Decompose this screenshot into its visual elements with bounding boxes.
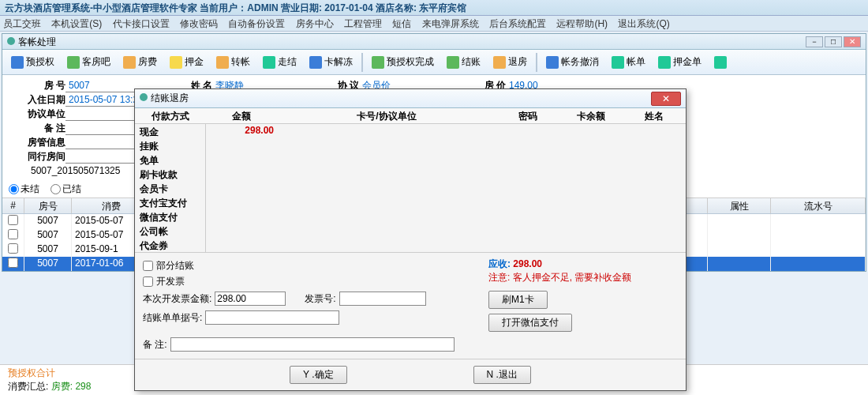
menu-item[interactable]: 本机设置(S): [51, 18, 102, 29]
pay-member[interactable]: 会员卡: [135, 181, 205, 195]
col-balance: 卡余额: [559, 108, 623, 123]
print-icon: [658, 56, 671, 69]
col-amount: 金额: [206, 108, 277, 123]
dialog-remark-input[interactable]: [170, 337, 455, 352]
sub-window-title: 客帐处理: [18, 36, 56, 47]
menu-item[interactable]: 短信: [392, 18, 411, 29]
menu-item[interactable]: 员工交班: [3, 18, 41, 29]
row-checkbox[interactable]: [8, 243, 18, 254]
roomfee-button[interactable]: 房费: [118, 53, 163, 71]
dialog-close-button[interactable]: ✕: [651, 92, 681, 106]
minibar-icon: [67, 56, 80, 69]
pay-company[interactable]: 公司帐: [135, 224, 205, 238]
row-checkbox[interactable]: [8, 229, 18, 239]
walkout-button[interactable]: 走结: [257, 53, 302, 71]
dialog-title-bar[interactable]: 结账退房 ✕: [135, 89, 686, 108]
payment-values: 298.00: [206, 124, 686, 252]
menu-item[interactable]: 房务中心: [296, 18, 334, 29]
bill-button[interactable]: 帐单: [606, 53, 651, 71]
undo-button[interactable]: 帐务撤消: [541, 53, 604, 71]
radio-settled[interactable]: 已结: [51, 182, 81, 196]
menu-item[interactable]: 来电弹屏系统: [422, 18, 479, 29]
dialog-left-panel: 部分结账 开发票 本次开发票金额: 发票号: 结账单单据号: 备 注:: [143, 258, 481, 354]
menu-item[interactable]: 远程帮助(H): [556, 18, 608, 29]
close-button[interactable]: ✕: [844, 36, 861, 47]
exit-button[interactable]: N .退出: [473, 366, 531, 384]
dialog-remark-label: 备 注:: [143, 338, 167, 352]
deposit-bill-button[interactable]: 押金单: [653, 53, 707, 71]
settle-no-input[interactable]: [205, 310, 339, 325]
print-extra-button[interactable]: [709, 54, 732, 71]
minibar-button[interactable]: 客房吧: [62, 53, 116, 71]
row-checkbox[interactable]: [8, 215, 18, 225]
dialog-grid-header: 付款方式 金额 卡号/协议单位 密码 卡余额 姓名: [135, 108, 686, 124]
pay-wechat[interactable]: 微信支付: [135, 209, 205, 224]
wechat-pay-button[interactable]: 打开微信支付: [488, 314, 572, 332]
mgmt-label: 房管信息: [18, 135, 65, 149]
checkout-dialog: 结账退房 ✕ 付款方式 金额 卡号/协议单位 密码 卡余额 姓名 现金 挂账 免…: [134, 88, 687, 391]
transfer-button[interactable]: 转帐: [211, 53, 256, 71]
col-attr: 属性: [708, 198, 771, 213]
toolbar-separator: [536, 53, 537, 72]
due-amount: 应收: 298.00: [488, 258, 678, 271]
roomfee-label: 房费:: [51, 381, 73, 392]
partial-checkbox[interactable]: [143, 261, 153, 271]
unit-label: 协议单位: [18, 107, 65, 121]
folder-icon: [123, 56, 136, 69]
invoice-checkbox[interactable]: [143, 276, 153, 287]
pay-free[interactable]: 免单: [135, 152, 205, 167]
invoice-no-input[interactable]: [339, 292, 426, 306]
scissors-icon: [309, 56, 322, 69]
minimize-button[interactable]: －: [806, 36, 823, 47]
col-name: 姓名: [623, 108, 686, 123]
col-serial: 流水号: [771, 198, 866, 213]
dialog-body: 现金 挂账 免单 刷卡收款 会员卡 支付宝支付 微信支付 公司帐 代金券 298…: [135, 124, 686, 252]
summary-label: 消费汇总:: [8, 381, 48, 392]
invoice-amt-input[interactable]: [215, 292, 286, 306]
house-icon: [493, 56, 506, 69]
menu-item[interactable]: 自动备份设置: [228, 18, 285, 29]
transfer-icon: [216, 56, 229, 69]
walkout-icon: [263, 56, 275, 69]
col-room: 房号: [24, 198, 72, 213]
confirm-button[interactable]: Y .确定: [290, 366, 346, 384]
deposit-button[interactable]: 押金: [164, 53, 209, 71]
maximize-button[interactable]: □: [825, 36, 842, 47]
check-icon: [372, 56, 384, 69]
pay-credit[interactable]: 挂账: [135, 138, 205, 152]
pay-alipay[interactable]: 支付宝支付: [135, 195, 205, 209]
menu-item[interactable]: 代卡接口设置: [113, 18, 170, 29]
radio-unsettled[interactable]: 未结: [9, 182, 39, 196]
preauth-icon: [11, 56, 24, 69]
checkout-button[interactable]: 结账: [441, 53, 486, 71]
print-icon: [714, 56, 727, 69]
pay-card[interactable]: 刷卡收款: [135, 167, 205, 181]
col-cardno: 卡号/协议单位: [277, 108, 496, 123]
preauth-done-button[interactable]: 预授权完成: [366, 53, 440, 71]
invoice-no-label: 发票号:: [305, 292, 335, 306]
peer-label: 同行房间: [18, 149, 65, 164]
row-checkbox[interactable]: [8, 258, 18, 268]
m1-card-button[interactable]: 刷M1卡: [488, 291, 548, 309]
session-id: 5007_201505071325: [18, 164, 120, 178]
settle-no-label: 结账单单据号:: [143, 311, 202, 325]
menu-item[interactable]: 后台系统配置: [489, 18, 546, 29]
pay-voucher[interactable]: 代金券: [135, 238, 205, 252]
pay-cash[interactable]: 现金: [135, 124, 205, 138]
app-title-bar: 云方块酒店管理系统-中小型酒店管理软件专家 当前用户：ADMIN 营业日期: 2…: [0, 0, 868, 16]
main-menu-bar: 员工交班 本机设置(S) 代卡接口设置 修改密码 自动备份设置 房务中心 工程管…: [0, 16, 868, 32]
window-icon: [7, 37, 15, 45]
dialog-icon: [140, 93, 148, 101]
unfreeze-button[interactable]: 卡解冻: [304, 53, 358, 71]
checkout-room-button[interactable]: 退房: [488, 53, 533, 71]
print-icon: [612, 56, 624, 69]
invoice-amt-label: 本次开发票金额:: [143, 292, 211, 306]
invoice-label: 开发票: [156, 275, 185, 288]
menu-item[interactable]: 修改密码: [180, 18, 218, 29]
cash-amount[interactable]: 298.00: [206, 124, 277, 138]
preauth-button[interactable]: 预授权: [6, 53, 60, 71]
menu-item[interactable]: 退出系统(Q): [618, 18, 669, 29]
roomfee-value: 298: [75, 381, 91, 392]
col-pwd: 密码: [496, 108, 559, 123]
menu-item[interactable]: 工程管理: [344, 18, 382, 29]
